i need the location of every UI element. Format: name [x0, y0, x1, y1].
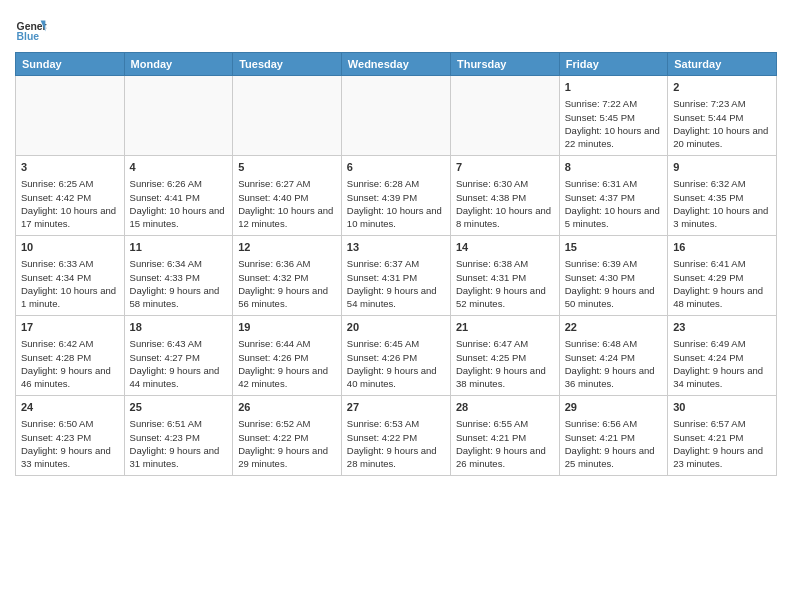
day-number: 24 — [21, 400, 119, 415]
day-info: Sunrise: 6:48 AMSunset: 4:24 PMDaylight:… — [565, 337, 662, 390]
day-number: 25 — [130, 400, 228, 415]
day-info: Sunrise: 6:28 AMSunset: 4:39 PMDaylight:… — [347, 177, 445, 230]
day-info: Sunrise: 6:31 AMSunset: 4:37 PMDaylight:… — [565, 177, 662, 230]
day-info: Sunrise: 6:47 AMSunset: 4:25 PMDaylight:… — [456, 337, 554, 390]
day-number: 13 — [347, 240, 445, 255]
calendar-day-cell: 12Sunrise: 6:36 AMSunset: 4:32 PMDayligh… — [233, 236, 342, 316]
day-number: 7 — [456, 160, 554, 175]
calendar-table: SundayMondayTuesdayWednesdayThursdayFrid… — [15, 52, 777, 476]
calendar-day-cell — [233, 76, 342, 156]
day-number: 30 — [673, 400, 771, 415]
calendar-header-row: SundayMondayTuesdayWednesdayThursdayFrid… — [16, 53, 777, 76]
calendar-day-cell: 1Sunrise: 7:22 AMSunset: 5:45 PMDaylight… — [559, 76, 667, 156]
day-info: Sunrise: 6:44 AMSunset: 4:26 PMDaylight:… — [238, 337, 336, 390]
calendar-day-cell — [450, 76, 559, 156]
day-number: 27 — [347, 400, 445, 415]
calendar-day-cell: 13Sunrise: 6:37 AMSunset: 4:31 PMDayligh… — [341, 236, 450, 316]
calendar-day-cell: 21Sunrise: 6:47 AMSunset: 4:25 PMDayligh… — [450, 316, 559, 396]
calendar-day-cell: 15Sunrise: 6:39 AMSunset: 4:30 PMDayligh… — [559, 236, 667, 316]
day-number: 5 — [238, 160, 336, 175]
logo: General Blue — [15, 14, 47, 46]
day-info: Sunrise: 6:26 AMSunset: 4:41 PMDaylight:… — [130, 177, 228, 230]
day-number: 10 — [21, 240, 119, 255]
day-number: 23 — [673, 320, 771, 335]
calendar-day-cell: 7Sunrise: 6:30 AMSunset: 4:38 PMDaylight… — [450, 156, 559, 236]
day-info: Sunrise: 6:45 AMSunset: 4:26 PMDaylight:… — [347, 337, 445, 390]
calendar-day-cell: 11Sunrise: 6:34 AMSunset: 4:33 PMDayligh… — [124, 236, 233, 316]
day-info: Sunrise: 6:41 AMSunset: 4:29 PMDaylight:… — [673, 257, 771, 310]
calendar-day-cell: 6Sunrise: 6:28 AMSunset: 4:39 PMDaylight… — [341, 156, 450, 236]
day-number: 9 — [673, 160, 771, 175]
calendar-day-cell: 14Sunrise: 6:38 AMSunset: 4:31 PMDayligh… — [450, 236, 559, 316]
day-number: 16 — [673, 240, 771, 255]
day-number: 20 — [347, 320, 445, 335]
day-number: 21 — [456, 320, 554, 335]
day-info: Sunrise: 6:55 AMSunset: 4:21 PMDaylight:… — [456, 417, 554, 470]
day-number: 14 — [456, 240, 554, 255]
day-of-week-header: Tuesday — [233, 53, 342, 76]
calendar-week-row: 1Sunrise: 7:22 AMSunset: 5:45 PMDaylight… — [16, 76, 777, 156]
day-number: 17 — [21, 320, 119, 335]
calendar-week-row: 24Sunrise: 6:50 AMSunset: 4:23 PMDayligh… — [16, 396, 777, 476]
day-info: Sunrise: 6:51 AMSunset: 4:23 PMDaylight:… — [130, 417, 228, 470]
day-info: Sunrise: 6:56 AMSunset: 4:21 PMDaylight:… — [565, 417, 662, 470]
calendar-day-cell: 29Sunrise: 6:56 AMSunset: 4:21 PMDayligh… — [559, 396, 667, 476]
day-info: Sunrise: 6:43 AMSunset: 4:27 PMDaylight:… — [130, 337, 228, 390]
day-number: 11 — [130, 240, 228, 255]
calendar-day-cell: 17Sunrise: 6:42 AMSunset: 4:28 PMDayligh… — [16, 316, 125, 396]
day-info: Sunrise: 6:57 AMSunset: 4:21 PMDaylight:… — [673, 417, 771, 470]
day-info: Sunrise: 6:36 AMSunset: 4:32 PMDaylight:… — [238, 257, 336, 310]
day-info: Sunrise: 6:52 AMSunset: 4:22 PMDaylight:… — [238, 417, 336, 470]
calendar-day-cell: 22Sunrise: 6:48 AMSunset: 4:24 PMDayligh… — [559, 316, 667, 396]
day-info: Sunrise: 6:37 AMSunset: 4:31 PMDaylight:… — [347, 257, 445, 310]
calendar-day-cell: 23Sunrise: 6:49 AMSunset: 4:24 PMDayligh… — [668, 316, 777, 396]
day-info: Sunrise: 6:38 AMSunset: 4:31 PMDaylight:… — [456, 257, 554, 310]
day-info: Sunrise: 6:42 AMSunset: 4:28 PMDaylight:… — [21, 337, 119, 390]
day-info: Sunrise: 6:27 AMSunset: 4:40 PMDaylight:… — [238, 177, 336, 230]
day-info: Sunrise: 6:34 AMSunset: 4:33 PMDaylight:… — [130, 257, 228, 310]
day-of-week-header: Saturday — [668, 53, 777, 76]
calendar-day-cell: 3Sunrise: 6:25 AMSunset: 4:42 PMDaylight… — [16, 156, 125, 236]
calendar-day-cell: 9Sunrise: 6:32 AMSunset: 4:35 PMDaylight… — [668, 156, 777, 236]
day-info: Sunrise: 6:39 AMSunset: 4:30 PMDaylight:… — [565, 257, 662, 310]
day-number: 26 — [238, 400, 336, 415]
calendar-day-cell — [16, 76, 125, 156]
day-info: Sunrise: 6:50 AMSunset: 4:23 PMDaylight:… — [21, 417, 119, 470]
day-number: 6 — [347, 160, 445, 175]
svg-text:Blue: Blue — [17, 31, 40, 42]
day-number: 2 — [673, 80, 771, 95]
calendar-day-cell: 2Sunrise: 7:23 AMSunset: 5:44 PMDaylight… — [668, 76, 777, 156]
day-info: Sunrise: 6:33 AMSunset: 4:34 PMDaylight:… — [21, 257, 119, 310]
day-number: 4 — [130, 160, 228, 175]
day-info: Sunrise: 6:49 AMSunset: 4:24 PMDaylight:… — [673, 337, 771, 390]
calendar-day-cell: 20Sunrise: 6:45 AMSunset: 4:26 PMDayligh… — [341, 316, 450, 396]
calendar-day-cell: 19Sunrise: 6:44 AMSunset: 4:26 PMDayligh… — [233, 316, 342, 396]
day-info: Sunrise: 6:53 AMSunset: 4:22 PMDaylight:… — [347, 417, 445, 470]
calendar-week-row: 17Sunrise: 6:42 AMSunset: 4:28 PMDayligh… — [16, 316, 777, 396]
calendar-day-cell: 28Sunrise: 6:55 AMSunset: 4:21 PMDayligh… — [450, 396, 559, 476]
calendar-day-cell — [341, 76, 450, 156]
calendar-day-cell: 4Sunrise: 6:26 AMSunset: 4:41 PMDaylight… — [124, 156, 233, 236]
calendar-day-cell: 26Sunrise: 6:52 AMSunset: 4:22 PMDayligh… — [233, 396, 342, 476]
calendar-day-cell: 27Sunrise: 6:53 AMSunset: 4:22 PMDayligh… — [341, 396, 450, 476]
day-info: Sunrise: 6:32 AMSunset: 4:35 PMDaylight:… — [673, 177, 771, 230]
day-number: 15 — [565, 240, 662, 255]
calendar-day-cell: 10Sunrise: 6:33 AMSunset: 4:34 PMDayligh… — [16, 236, 125, 316]
day-info: Sunrise: 7:22 AMSunset: 5:45 PMDaylight:… — [565, 97, 662, 150]
calendar-day-cell: 5Sunrise: 6:27 AMSunset: 4:40 PMDaylight… — [233, 156, 342, 236]
day-info: Sunrise: 6:30 AMSunset: 4:38 PMDaylight:… — [456, 177, 554, 230]
day-of-week-header: Wednesday — [341, 53, 450, 76]
calendar-day-cell: 8Sunrise: 6:31 AMSunset: 4:37 PMDaylight… — [559, 156, 667, 236]
page-header: General Blue — [15, 10, 777, 46]
day-info: Sunrise: 7:23 AMSunset: 5:44 PMDaylight:… — [673, 97, 771, 150]
day-number: 3 — [21, 160, 119, 175]
day-info: Sunrise: 6:25 AMSunset: 4:42 PMDaylight:… — [21, 177, 119, 230]
calendar-day-cell: 30Sunrise: 6:57 AMSunset: 4:21 PMDayligh… — [668, 396, 777, 476]
day-number: 28 — [456, 400, 554, 415]
calendar-day-cell: 24Sunrise: 6:50 AMSunset: 4:23 PMDayligh… — [16, 396, 125, 476]
day-of-week-header: Monday — [124, 53, 233, 76]
calendar-day-cell: 16Sunrise: 6:41 AMSunset: 4:29 PMDayligh… — [668, 236, 777, 316]
calendar-day-cell — [124, 76, 233, 156]
day-number: 1 — [565, 80, 662, 95]
day-number: 18 — [130, 320, 228, 335]
